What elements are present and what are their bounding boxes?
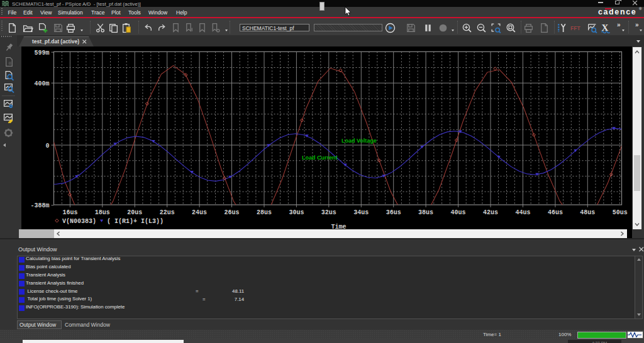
svg-text:20us: 20us bbox=[127, 209, 142, 216]
svg-text:599m: 599m bbox=[34, 50, 49, 57]
svg-text:48us: 48us bbox=[580, 209, 595, 216]
svg-text:26us: 26us bbox=[224, 209, 239, 216]
svg-text:38us: 38us bbox=[418, 209, 433, 216]
svg-text:24us: 24us bbox=[192, 209, 207, 216]
svg-text:-388m: -388m bbox=[30, 202, 49, 209]
svg-text:46us: 46us bbox=[548, 209, 563, 216]
svg-text:V(N00383): V(N00383) bbox=[62, 218, 96, 225]
svg-text:44us: 44us bbox=[515, 209, 530, 216]
svg-text:40us: 40us bbox=[451, 209, 466, 216]
svg-text:28us: 28us bbox=[257, 209, 272, 216]
svg-text:50us: 50us bbox=[613, 209, 628, 216]
svg-text:30us: 30us bbox=[289, 209, 304, 216]
svg-text:Load Current: Load Current bbox=[302, 155, 338, 161]
svg-text:34us: 34us bbox=[353, 209, 369, 216]
svg-text:42us: 42us bbox=[483, 209, 498, 216]
svg-text:Load Voltage: Load Voltage bbox=[341, 138, 377, 144]
svg-text:400m: 400m bbox=[34, 80, 49, 87]
svg-text:32us: 32us bbox=[321, 209, 336, 216]
svg-text:( I(R1)+ I(L3)): ( I(R1)+ I(L3)) bbox=[107, 218, 164, 225]
svg-text:36us: 36us bbox=[386, 209, 401, 216]
svg-text:0: 0 bbox=[45, 143, 49, 150]
svg-text:18us: 18us bbox=[95, 209, 110, 216]
svg-text:22us: 22us bbox=[160, 209, 175, 216]
svg-text:FFT: FFT bbox=[570, 25, 580, 31]
svg-text:16us: 16us bbox=[62, 209, 77, 216]
